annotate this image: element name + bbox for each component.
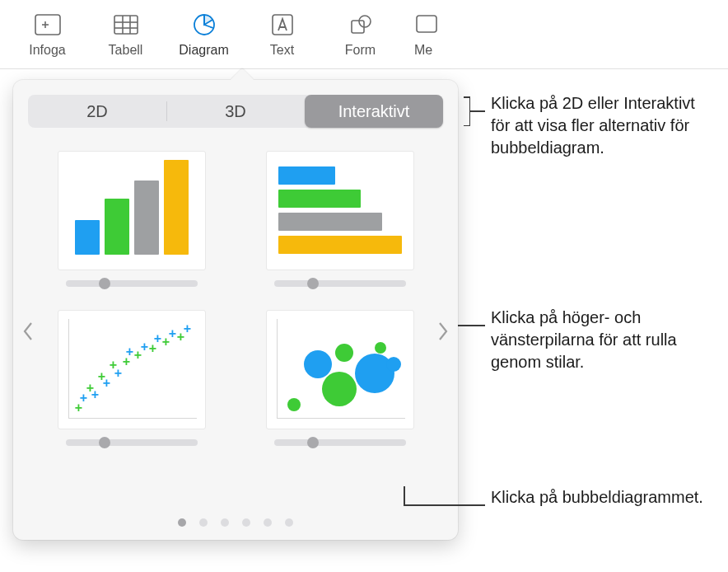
bar-slider[interactable]	[66, 280, 198, 287]
toolbar-chart-label: Diagram	[179, 43, 228, 58]
callout-bubble: Klicka på bubbeldiagrammet.	[491, 486, 715, 509]
chart-icon	[191, 8, 217, 41]
svg-rect-3	[114, 16, 138, 34]
svg-rect-14	[417, 16, 436, 32]
page-dots[interactable]	[13, 518, 458, 527]
shape-icon	[348, 8, 373, 41]
tab-3d[interactable]: 3D	[166, 95, 305, 128]
toolbar-insert-label: Infoga	[29, 43, 65, 58]
chart-popover: 2D 3D Interaktivt	[13, 80, 458, 540]
svg-line-10	[204, 25, 213, 28]
page-dot[interactable]	[242, 518, 250, 527]
callout-tabs: Klicka på 2D eller Interaktivt för att v…	[491, 92, 715, 159]
tab-interactive[interactable]: Interaktivt	[305, 95, 443, 128]
page-dot[interactable]	[285, 518, 293, 527]
toolbar-shape[interactable]: Form	[321, 5, 399, 61]
chart-option-bar[interactable]	[48, 151, 215, 287]
page-dot[interactable]	[264, 518, 272, 527]
callout-leader	[458, 325, 485, 326]
toolbar-shape-label: Form	[345, 43, 376, 58]
callout-arrows: Klicka på höger- och vänsterpilarna för …	[491, 307, 720, 373]
callout-leader	[470, 110, 485, 112]
bar-chart-preview	[58, 151, 206, 270]
toolbar-chart[interactable]: Diagram	[165, 5, 243, 61]
page-dot[interactable]	[221, 518, 229, 527]
chart-option-bubble[interactable]	[256, 310, 423, 446]
scatter-chart-preview: + + + + + + + + + + + + + + + + +	[58, 310, 206, 429]
scatter-slider[interactable]	[66, 439, 198, 446]
chart-option-hbar[interactable]	[256, 151, 423, 287]
page-dot[interactable]	[178, 518, 186, 527]
tab-2d[interactable]: 2D	[28, 95, 166, 128]
page-dot[interactable]	[199, 518, 208, 527]
callout-bracket	[464, 96, 470, 126]
callout-leader	[404, 486, 405, 504]
chart-option-scatter[interactable]: + + + + + + + + + + + + + + + + +	[48, 310, 215, 446]
toolbar-insert[interactable]: Infoga	[8, 5, 86, 61]
hbar-chart-preview	[266, 151, 414, 270]
table-icon	[112, 8, 140, 41]
toolbar-media[interactable]: Me	[399, 5, 449, 61]
next-style-arrow[interactable]	[432, 315, 455, 348]
toolbar-text[interactable]: Text	[243, 5, 321, 61]
media-icon	[414, 8, 439, 41]
callout-leader	[404, 504, 485, 506]
insert-icon	[34, 8, 62, 41]
toolbar: Infoga Tabell Diagram	[0, 0, 728, 69]
chart-style-grid: + + + + + + + + + + + + + + + + +	[13, 136, 458, 446]
hbar-slider[interactable]	[274, 280, 406, 287]
bubble-chart-preview	[266, 310, 414, 429]
svg-point-13	[359, 16, 371, 27]
chart-tabs: 2D 3D Interaktivt	[28, 95, 443, 128]
toolbar-table[interactable]: Tabell	[86, 5, 165, 61]
toolbar-text-label: Text	[270, 43, 294, 58]
toolbar-media-label: Me	[414, 43, 432, 58]
toolbar-table-label: Tabell	[109, 43, 143, 58]
prev-style-arrow[interactable]	[16, 315, 40, 348]
text-icon	[270, 8, 295, 41]
bubble-slider[interactable]	[274, 439, 406, 446]
